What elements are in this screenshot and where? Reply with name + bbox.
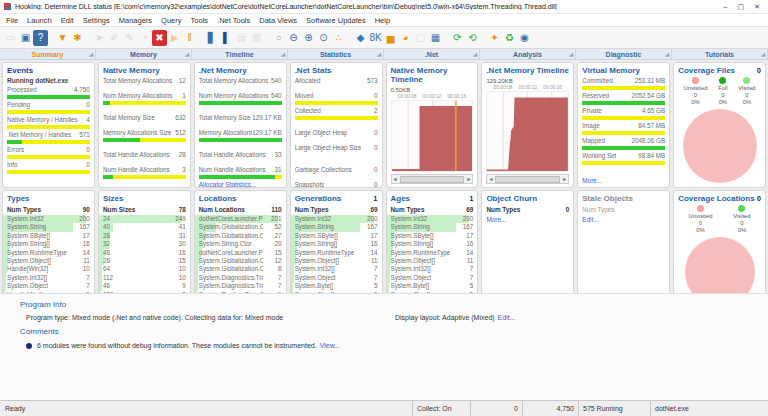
film-settings-icon[interactable]: ▥ xyxy=(249,30,264,46)
list-row[interactable]: System.Int32200 xyxy=(391,215,474,223)
film-icon[interactable]: ▤ xyxy=(234,30,249,46)
graph-nodes-icon[interactable]: ∴ xyxy=(331,30,346,46)
tab-statistics[interactable]: Statistics ◢ xyxy=(288,49,384,59)
list-row[interactable]: 24249 xyxy=(103,215,186,223)
list-row[interactable]: System.Int32[]7 xyxy=(391,265,474,273)
stale-objects-edit-link[interactable]: Edit... xyxy=(582,216,665,223)
section-expand-icon[interactable]: ◢ xyxy=(569,51,573,57)
menu-item[interactable]: Edit xyxy=(61,16,74,25)
pie-chart-icon[interactable]: ◕ xyxy=(398,30,413,46)
tab-summary[interactable]: Summary ◢ xyxy=(0,49,96,59)
list-row[interactable]: System.Globalization.Cul27 xyxy=(199,232,282,240)
list-row[interactable]: System.Object7 xyxy=(7,282,90,290)
display-layout-edit-link[interactable]: Edit... xyxy=(498,314,516,321)
section-expand-icon[interactable]: ◢ xyxy=(665,51,669,57)
menu-item[interactable]: Help xyxy=(375,16,390,25)
list-row[interactable]: System.SByte[]17 xyxy=(7,232,90,240)
list-row[interactable]: System.Byte[]5 xyxy=(295,282,378,290)
menu-item[interactable]: Managers xyxy=(119,16,152,25)
list-row[interactable]: System.String.Ctor20 xyxy=(199,240,282,248)
list-row[interactable]: System.RuntimeType14 xyxy=(295,249,378,257)
attach-icon[interactable]: ✐ xyxy=(107,30,122,46)
list-row[interactable]: System.Byte[]5 xyxy=(391,282,474,290)
tab-timeline[interactable]: Timeline ◢ xyxy=(192,49,288,59)
list-row[interactable]: 11210 xyxy=(103,274,186,282)
list-row[interactable]: System.String[]16 xyxy=(391,240,474,248)
list-row[interactable]: 469 xyxy=(103,282,186,290)
help-icon[interactable]: ? xyxy=(33,30,48,46)
list-row[interactable]: 3230 xyxy=(103,240,186,248)
minimize-button[interactable]: – xyxy=(724,0,728,13)
section-expand-icon[interactable]: ◢ xyxy=(377,51,381,57)
table-icon[interactable]: ▦ xyxy=(428,30,443,46)
bar-chart-icon[interactable]: ▅ xyxy=(383,30,398,46)
scroll-left-icon[interactable]: ◄ xyxy=(392,175,399,183)
menu-item[interactable]: Query xyxy=(161,16,181,25)
menu-item[interactable]: Launch xyxy=(27,16,52,25)
section-expand-icon[interactable]: ◢ xyxy=(89,51,93,57)
list-row[interactable]: System.String167 xyxy=(295,223,378,231)
list-row[interactable]: System.Globalization.Cal12 xyxy=(199,257,282,265)
comment-view-link[interactable]: View... xyxy=(320,342,341,349)
filter-icon[interactable]: ▼ xyxy=(55,30,70,46)
list-row[interactable]: System.Int32200 xyxy=(295,215,378,223)
section-expand-icon[interactable]: ◢ xyxy=(281,51,285,57)
list-row[interactable]: System.RuntimeType14 xyxy=(7,249,90,257)
tab-diagnostic[interactable]: Diagnostic ◢ xyxy=(576,49,672,59)
timeline-scrollbar[interactable]: ◄ ► xyxy=(486,174,569,184)
tab-tutorials[interactable]: Tutorials ◢ xyxy=(672,49,768,59)
virtual-memory-more-link[interactable]: More... xyxy=(582,177,665,184)
list-row[interactable]: 4041 xyxy=(103,223,186,231)
object-churn-more-link[interactable]: More... xyxy=(486,216,569,223)
activity-icon[interactable]: ✦ xyxy=(487,30,502,46)
timer-icon[interactable]: ◔ xyxy=(137,30,152,46)
menu-item[interactable]: Data Views xyxy=(259,16,297,25)
close-button[interactable]: ✕ xyxy=(754,0,760,13)
search-icon[interactable]: ○ xyxy=(271,30,286,46)
open-icon[interactable]: ▭ xyxy=(3,30,18,46)
tab-analysis[interactable]: Analysis ◢ xyxy=(480,49,576,59)
section-expand-icon[interactable]: ◢ xyxy=(473,51,477,57)
scroll-right-icon[interactable]: ► xyxy=(465,175,472,183)
scrollbar-thumb[interactable] xyxy=(400,176,465,183)
gear-icon[interactable]: ✱ xyxy=(70,30,85,46)
list-row[interactable]: System.Object[]11 xyxy=(391,257,474,265)
snapshot-icon[interactable]: ▢ xyxy=(413,30,428,46)
list-row[interactable]: 2615 xyxy=(103,257,186,265)
list-row[interactable]: Handle[Win32]10 xyxy=(7,265,90,273)
tab-memory[interactable]: Memory ◢ xyxy=(96,49,192,59)
zoom-reset-icon[interactable]: ⊙ xyxy=(316,30,331,46)
list-row[interactable]: System.Object[]11 xyxy=(295,257,378,265)
list-row[interactable]: System.String[]16 xyxy=(295,240,378,248)
camera-icon[interactable]: ◉ xyxy=(517,30,532,46)
list-row[interactable]: 6410 xyxy=(103,265,186,273)
list-row[interactable]: System.SByte[]17 xyxy=(391,232,474,240)
menu-item[interactable]: Tools xyxy=(191,16,209,25)
list-row[interactable]: System.String[]16 xyxy=(7,240,90,248)
refresh-icon[interactable]: ⟳ xyxy=(450,30,465,46)
scrollbar-thumb[interactable] xyxy=(495,176,560,183)
edit-run-icon[interactable]: ✎ xyxy=(122,30,137,46)
list-row[interactable]: 2831 xyxy=(103,232,186,240)
list-row[interactable]: System.SByte[]17 xyxy=(295,232,378,240)
menu-item[interactable]: File xyxy=(6,16,18,25)
launch-icon[interactable]: ➤ xyxy=(92,30,107,46)
list-row[interactable]: System.Diagnostics.Trac7 xyxy=(199,274,282,282)
tab-net[interactable]: .Net ◢ xyxy=(384,49,480,59)
allocation-stats-icon[interactable]: 8K xyxy=(368,30,383,46)
list-row[interactable]: System.Object[]11 xyxy=(7,257,90,265)
list-row[interactable]: System.Object7 xyxy=(295,274,378,282)
save-icon[interactable]: ▣ xyxy=(18,30,33,46)
list-row[interactable]: dotNetCoreLauncher.Prog201 xyxy=(199,215,282,223)
refresh-all-icon[interactable]: ⟲ xyxy=(465,30,480,46)
scroll-left-icon[interactable]: ◄ xyxy=(487,175,494,183)
list-row[interactable]: System.Diagnostics.Trac7 xyxy=(199,282,282,290)
list-row[interactable]: System.Globalization.Cul8 xyxy=(199,265,282,273)
timeline-scrollbar[interactable]: ◄ ► xyxy=(391,174,474,184)
list-row[interactable]: 4816 xyxy=(103,249,186,257)
menu-item[interactable]: Software Updates xyxy=(306,16,366,25)
list-row[interactable]: System.Globalization.Cal52 xyxy=(199,223,282,231)
section-expand-icon[interactable]: ◢ xyxy=(185,51,189,57)
list-row[interactable]: dotNetCoreLauncher.Prog15 xyxy=(199,249,282,257)
water-drop-icon[interactable]: ◆ xyxy=(353,30,368,46)
